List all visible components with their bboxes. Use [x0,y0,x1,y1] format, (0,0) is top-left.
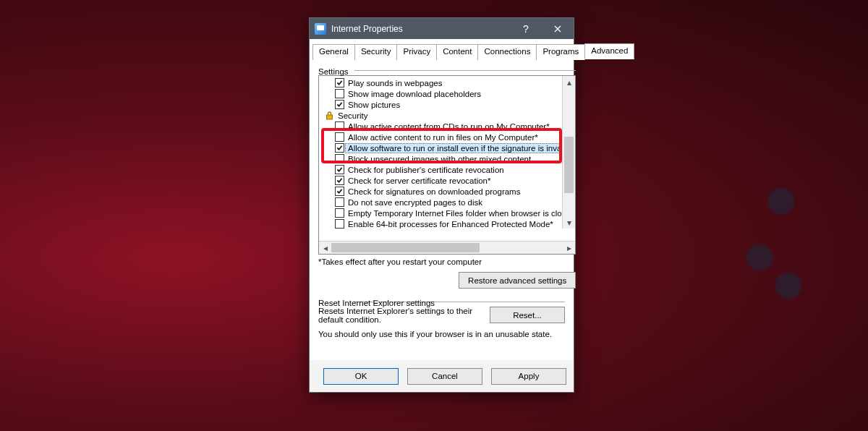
vertical-scrollbar[interactable]: ▴ ▾ [562,76,575,229]
checkbox[interactable] [335,165,344,174]
tab-programs[interactable]: Programs [536,44,585,60]
ok-button[interactable]: OK [323,368,399,385]
checkbox[interactable] [335,176,344,185]
setting-label: Enable 64-bit processes for Enhanced Pro… [348,220,553,229]
checkbox[interactable] [335,121,344,131]
setting-row[interactable]: Check for server certificate revocation* [319,175,575,186]
setting-row[interactable]: Check for publisher's certificate revoca… [319,164,575,175]
settings-listbox[interactable]: Play sounds in webpagesShow image downlo… [318,75,576,255]
reset-warning: You should only use this if your browser… [318,330,565,338]
checkbox[interactable] [335,154,344,163]
setting-row[interactable]: Empty Temporary Internet Files folder wh… [319,208,575,218]
setting-label: Security [338,111,368,120]
reset-group: Reset Internet Explorer settings Resets … [318,299,565,351]
setting-row[interactable]: Allow active content from CDs to run on … [319,121,575,132]
setting-row[interactable]: Allow software to run or install even if… [319,142,575,153]
setting-label: Allow active content from CDs to run on … [348,122,550,131]
reset-button[interactable]: Reset... [490,307,565,323]
setting-row[interactable]: Show pictures [319,99,575,110]
help-button[interactable]: ? [510,18,542,39]
scroll-right-icon[interactable]: ▸ [563,242,575,254]
checkbox[interactable] [335,143,344,153]
inetcpl-icon [315,23,326,35]
setting-label: Check for server certificate revocation* [348,176,491,185]
setting-label: Empty Temporary Internet Files folder wh… [348,209,575,218]
setting-label: Check for publisher's certificate revoca… [348,166,504,174]
setting-row[interactable]: Enable 64-bit processes for Enhanced Pro… [319,218,575,229]
settings-label: Settings [318,67,352,76]
checkbox[interactable] [335,187,344,196]
settings-group: Settings Play sounds in webpagesShow ima… [318,67,576,294]
checkbox[interactable] [335,100,344,109]
reset-group-label: Reset Internet Explorer settings [318,299,438,307]
checkbox[interactable] [335,78,344,88]
window-title: Internet Properties [331,24,510,34]
setting-row[interactable]: Allow active content to run in files on … [319,132,575,142]
checkbox[interactable] [335,219,344,229]
setting-row[interactable]: Play sounds in webpages [319,77,575,88]
setting-label: Show image download placeholders [348,90,481,98]
checkbox[interactable] [335,197,344,207]
setting-label: Play sounds in webpages [348,79,442,88]
setting-label: Allow active content to run in files on … [348,133,538,142]
setting-label: Show pictures [348,101,400,109]
reset-description: Resets Internet Explorer's settings to t… [318,307,480,324]
setting-label: Block unsecured images with other mixed … [348,155,531,163]
restore-advanced-button[interactable]: Restore advanced settings [459,272,576,289]
checkbox[interactable] [335,208,344,218]
tab-general[interactable]: General [312,44,355,60]
checkbox[interactable] [335,89,344,98]
settings-items: Play sounds in webpagesShow image downlo… [319,76,575,241]
apply-button[interactable]: Apply [491,368,566,385]
scroll-down-icon[interactable]: ▾ [563,216,575,229]
advanced-panel: Settings Play sounds in webpagesShow ima… [310,60,574,357]
lock-icon [325,111,334,120]
close-button[interactable] [542,18,574,39]
setting-label: Check for signatures on downloaded progr… [348,187,520,196]
setting-label: Do not save encrypted pages to disk [348,198,482,207]
dialog-footer: OK Cancel Apply [310,360,574,392]
setting-row[interactable]: Show image download placeholders [319,88,575,99]
checkbox[interactable] [335,132,344,142]
tab-advanced[interactable]: Advanced [584,43,634,59]
setting-row[interactable]: Block unsecured images with other mixed … [319,153,575,164]
setting-label: Allow software to run or install even if… [345,143,573,153]
tab-connections[interactable]: Connections [477,44,537,60]
vscroll-thumb[interactable] [564,137,574,193]
setting-row[interactable]: Check for signatures on downloaded progr… [319,186,575,197]
setting-row[interactable]: Do not save encrypted pages to disk [319,197,575,208]
horizontal-scrollbar[interactable]: ◂ ▸ [319,241,575,254]
titlebar[interactable]: Internet Properties ? [310,18,574,39]
tabstrip: General Security Privacy Content Connect… [310,40,574,59]
scroll-left-icon[interactable]: ◂ [319,242,331,254]
svg-rect-0 [327,115,333,119]
cancel-button[interactable]: Cancel [407,368,482,385]
hscroll-thumb[interactable] [331,243,480,252]
internet-properties-dialog: Internet Properties ? General Security P… [309,17,574,393]
scroll-up-icon[interactable]: ▴ [563,76,575,88]
tab-privacy[interactable]: Privacy [396,44,437,60]
tab-security[interactable]: Security [354,44,398,60]
category-row: Security [319,110,575,121]
restart-note: *Takes effect after you restart your com… [318,257,576,266]
tab-content[interactable]: Content [436,44,478,60]
